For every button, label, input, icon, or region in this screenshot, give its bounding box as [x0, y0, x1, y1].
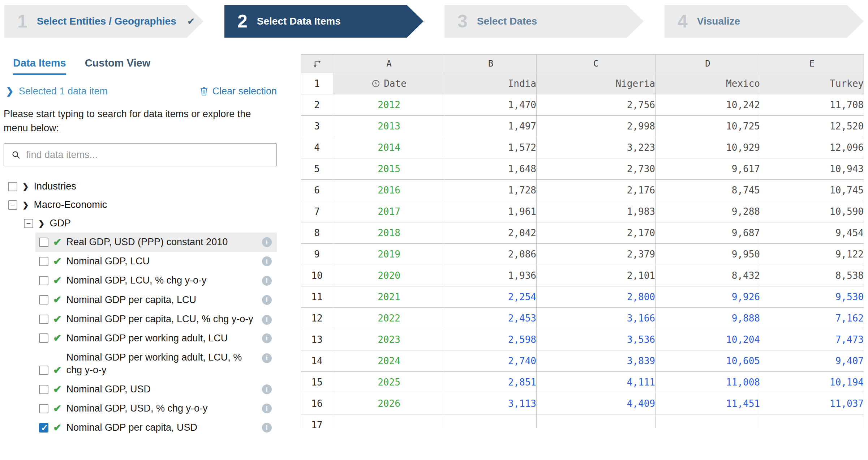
checkbox[interactable] — [39, 295, 48, 304]
value-cell[interactable]: 3,223 — [537, 137, 656, 158]
value-cell[interactable]: 1,572 — [445, 137, 537, 158]
year-cell[interactable]: 2015 — [333, 158, 445, 180]
search-input[interactable] — [26, 149, 269, 161]
value-cell[interactable]: 1,936 — [445, 265, 537, 286]
info-icon[interactable]: i — [262, 423, 272, 433]
value-cell[interactable]: 2,176 — [537, 180, 656, 201]
row-number-cell[interactable]: 13 — [301, 329, 333, 350]
value-cell[interactable]: 10,943 — [760, 158, 864, 180]
year-cell[interactable]: 2024 — [333, 350, 445, 372]
value-cell[interactable]: 4,409 — [537, 393, 656, 414]
value-cell[interactable]: 2,379 — [537, 244, 656, 265]
tree-node-gdp[interactable]: − ❯ GDP — [4, 214, 277, 233]
row-number-cell[interactable]: 17 — [301, 414, 333, 429]
data-item-row[interactable]: ✔ Real GDP, USD (PPP) constant 2010 i — [35, 233, 277, 252]
chevron-right-icon[interactable]: ❯ — [22, 201, 29, 209]
tab-data-items[interactable]: Data Items — [13, 57, 66, 75]
column-header[interactable]: A — [333, 55, 445, 73]
checkbox[interactable] — [39, 257, 48, 266]
row-number-cell[interactable]: 16 — [301, 393, 333, 414]
value-cell[interactable]: 9,926 — [656, 286, 760, 308]
year-cell[interactable]: 2018 — [333, 222, 445, 244]
value-cell[interactable]: 9,617 — [656, 158, 760, 180]
value-cell[interactable]: 12,520 — [760, 116, 864, 137]
entity-header-cell[interactable]: Turkey — [760, 73, 864, 94]
value-cell[interactable]: 2,598 — [445, 329, 537, 350]
value-cell[interactable]: 11,008 — [656, 372, 760, 393]
value-cell[interactable]: 3,536 — [537, 329, 656, 350]
clear-selection-button[interactable]: Clear selection — [199, 86, 277, 97]
value-cell[interactable]: 2,086 — [445, 244, 537, 265]
year-cell[interactable]: 2025 — [333, 372, 445, 393]
year-cell[interactable] — [333, 414, 445, 429]
value-cell[interactable]: 2,756 — [537, 94, 656, 116]
year-cell[interactable]: 2013 — [333, 116, 445, 137]
value-cell[interactable]: 9,687 — [656, 222, 760, 244]
checkbox[interactable] — [39, 315, 48, 324]
value-cell[interactable]: 9,122 — [760, 244, 864, 265]
chevron-right-icon[interactable]: ❯ — [6, 86, 14, 97]
data-item-row[interactable]: ✔ Nominal GDP, LCU, % chg y-o-y i — [35, 271, 277, 290]
value-cell[interactable]: 10,745 — [760, 180, 864, 201]
value-cell[interactable]: 2,042 — [445, 222, 537, 244]
value-cell[interactable]: 3,839 — [537, 350, 656, 372]
value-cell[interactable]: 10,242 — [656, 94, 760, 116]
checkbox[interactable] — [8, 182, 17, 191]
row-number-cell[interactable]: 3 — [301, 116, 333, 137]
value-cell[interactable]: 9,530 — [760, 286, 864, 308]
year-cell[interactable]: 2026 — [333, 393, 445, 414]
value-cell[interactable]: 9,407 — [760, 350, 864, 372]
step-select-dates[interactable]: 3 Select Dates — [444, 5, 644, 38]
info-icon[interactable]: i — [262, 404, 272, 413]
row-number-cell[interactable]: 14 — [301, 350, 333, 372]
data-item-row[interactable]: ✔ Nominal GDP, USD i — [35, 380, 277, 399]
info-icon[interactable]: i — [262, 237, 272, 247]
collapse-minus-icon[interactable]: − — [8, 200, 17, 210]
value-cell[interactable]: 1,497 — [445, 116, 537, 137]
year-cell[interactable]: 2021 — [333, 286, 445, 308]
value-cell[interactable]: 2,254 — [445, 286, 537, 308]
value-cell[interactable]: 10,590 — [760, 201, 864, 222]
value-cell[interactable]: 11,037 — [760, 393, 864, 414]
value-cell[interactable] — [760, 414, 864, 429]
year-cell[interactable]: 2017 — [333, 201, 445, 222]
row-number-cell[interactable]: 1 — [301, 73, 333, 94]
value-cell[interactable]: 4,111 — [537, 372, 656, 393]
value-cell[interactable]: 9,888 — [656, 308, 760, 329]
info-icon[interactable]: i — [262, 353, 272, 363]
year-cell[interactable]: 2020 — [333, 265, 445, 286]
row-number-cell[interactable]: 5 — [301, 158, 333, 180]
checkbox[interactable] — [39, 423, 48, 433]
value-cell[interactable]: 10,929 — [656, 137, 760, 158]
year-cell[interactable]: 2012 — [333, 94, 445, 116]
value-cell[interactable]: 3,166 — [537, 308, 656, 329]
year-cell[interactable]: 2022 — [333, 308, 445, 329]
info-icon[interactable]: i — [262, 276, 272, 286]
value-cell[interactable]: 3,113 — [445, 393, 537, 414]
value-cell[interactable]: 9,950 — [656, 244, 760, 265]
value-cell[interactable]: 2,453 — [445, 308, 537, 329]
value-cell[interactable]: 2,730 — [537, 158, 656, 180]
value-cell[interactable]: 2,101 — [537, 265, 656, 286]
value-cell[interactable]: 2,740 — [445, 350, 537, 372]
value-cell[interactable]: 1,728 — [445, 180, 537, 201]
row-number-cell[interactable]: 11 — [301, 286, 333, 308]
info-icon[interactable]: i — [262, 333, 272, 343]
step-visualize[interactable]: 4 Visualize — [665, 5, 864, 38]
value-cell[interactable]: 8,432 — [656, 265, 760, 286]
year-cell[interactable]: 2016 — [333, 180, 445, 201]
data-item-row[interactable]: ✔ Nominal GDP per capita, LCU, % chg y-o… — [35, 310, 277, 329]
column-header[interactable]: B — [445, 55, 537, 73]
value-cell[interactable]: 2,851 — [445, 372, 537, 393]
checkbox[interactable] — [39, 385, 48, 394]
row-number-cell[interactable]: 10 — [301, 265, 333, 286]
row-number-cell[interactable]: 2 — [301, 94, 333, 116]
value-cell[interactable]: 7,473 — [760, 329, 864, 350]
value-cell[interactable]: 10,605 — [656, 350, 760, 372]
value-cell[interactable]: 8,538 — [760, 265, 864, 286]
row-number-cell[interactable]: 8 — [301, 222, 333, 244]
value-cell[interactable]: 9,454 — [760, 222, 864, 244]
value-cell[interactable]: 12,096 — [760, 137, 864, 158]
tree-node-macro-economic[interactable]: − ❯ Macro-Economic — [4, 196, 277, 214]
value-cell[interactable]: 1,648 — [445, 158, 537, 180]
